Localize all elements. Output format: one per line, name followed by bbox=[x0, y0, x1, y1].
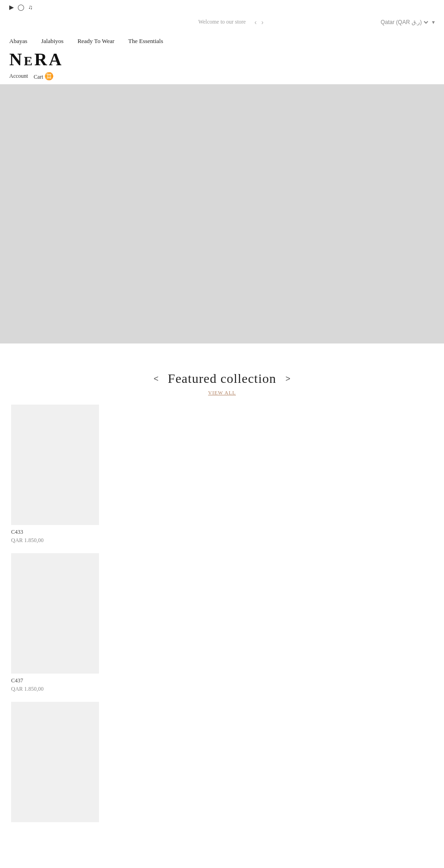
product-grid: C433 QAR 1.850,00 C437 QAR 1.850,00 bbox=[9, 405, 435, 826]
main-nav: Abayas Jalabiyos Ready To Wear The Essen… bbox=[9, 34, 435, 49]
nav-the-essentials[interactable]: The Essentials bbox=[128, 37, 163, 45]
featured-prev-button[interactable]: < bbox=[154, 374, 159, 384]
announcement-text: Welcome to our store bbox=[198, 19, 246, 25]
country-select[interactable]: Qatar (QAR ر.ق) bbox=[379, 19, 430, 26]
announcement-next-button[interactable]: › bbox=[261, 19, 264, 26]
account-cart-row: Account Cart ♊ bbox=[9, 70, 435, 84]
logo[interactable]: NERA bbox=[9, 49, 435, 70]
product-name-1: C433 bbox=[11, 529, 99, 536]
announcement-bar: Welcome to our store ‹ › Qatar (QAR ر.ق)… bbox=[0, 15, 444, 29]
header: Abayas Jalabiyos Ready To Wear The Essen… bbox=[0, 29, 444, 84]
cart-icon: ♊ bbox=[44, 72, 54, 80]
product-image-1 bbox=[11, 405, 99, 525]
product-card-3[interactable] bbox=[11, 702, 99, 826]
youtube-icon[interactable]: ▶ bbox=[9, 4, 14, 11]
product-price-1: QAR 1.850,00 bbox=[11, 537, 99, 544]
product-image-3 bbox=[11, 702, 99, 822]
chevron-down-icon: ▾ bbox=[432, 19, 435, 26]
featured-section: < Featured collection > VIEW ALL C433 QA… bbox=[0, 343, 444, 835]
product-price-2: QAR 1.850,00 bbox=[11, 686, 99, 693]
featured-title: Featured collection bbox=[168, 371, 276, 386]
announcement-nav: ‹ › bbox=[254, 19, 263, 26]
nav-jalabiyos[interactable]: Jalabiyos bbox=[41, 37, 63, 45]
nav-abayas[interactable]: Abayas bbox=[9, 37, 27, 45]
product-image-2 bbox=[11, 553, 99, 674]
nav-ready-to-wear[interactable]: Ready To Wear bbox=[77, 37, 114, 45]
logo-text: NERA bbox=[9, 50, 63, 69]
tiktok-icon[interactable]: ♫ bbox=[28, 4, 33, 11]
featured-header: < Featured collection > bbox=[9, 371, 435, 386]
announcement-prev-button[interactable]: ‹ bbox=[254, 19, 257, 26]
social-bar: ▶ ◯ ♫ bbox=[0, 0, 444, 15]
instagram-icon[interactable]: ◯ bbox=[18, 4, 25, 11]
cart-link[interactable]: Cart ♊ bbox=[34, 72, 54, 81]
featured-next-button[interactable]: > bbox=[285, 374, 290, 384]
product-card-2[interactable]: C437 QAR 1.850,00 bbox=[11, 553, 99, 693]
account-link[interactable]: Account bbox=[9, 73, 28, 80]
country-selector[interactable]: Qatar (QAR ر.ق) ▾ bbox=[379, 19, 435, 26]
hero-banner bbox=[0, 84, 444, 343]
product-card-1[interactable]: C433 QAR 1.850,00 bbox=[11, 405, 99, 544]
view-all-link[interactable]: VIEW ALL bbox=[9, 390, 435, 395]
product-name-2: C437 bbox=[11, 677, 99, 684]
cart-label: Cart bbox=[34, 74, 43, 80]
